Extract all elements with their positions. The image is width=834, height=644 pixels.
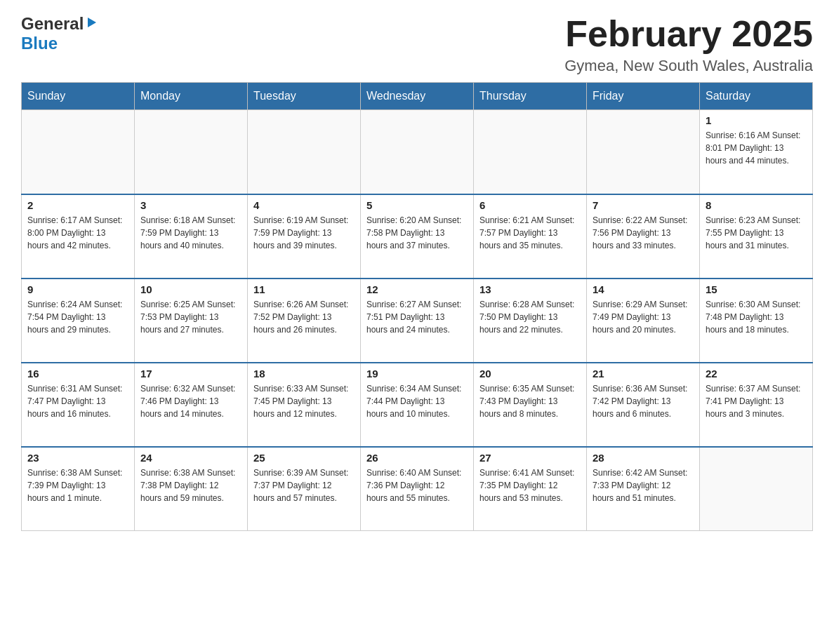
calendar-day-cell: 8Sunrise: 6:23 AM Sunset: 7:55 PM Daylig… <box>700 194 813 279</box>
calendar-day-cell: 10Sunrise: 6:25 AM Sunset: 7:53 PM Dayli… <box>135 279 248 363</box>
calendar-day-cell <box>474 110 587 194</box>
calendar-day-cell <box>587 110 700 194</box>
day-number: 9 <box>27 283 128 295</box>
calendar-day-header: Saturday <box>700 83 813 110</box>
day-number: 15 <box>706 283 807 295</box>
day-number: 26 <box>366 452 468 464</box>
logo: General Blue <box>21 14 99 53</box>
calendar-day-cell: 3Sunrise: 6:18 AM Sunset: 7:59 PM Daylig… <box>135 194 248 279</box>
day-number: 10 <box>140 283 241 295</box>
calendar-day-header: Monday <box>135 83 248 110</box>
calendar-day-cell: 5Sunrise: 6:20 AM Sunset: 7:58 PM Daylig… <box>361 194 474 279</box>
day-info: Sunrise: 6:35 AM Sunset: 7:43 PM Dayligh… <box>479 382 581 420</box>
day-number: 8 <box>706 199 807 211</box>
calendar-day-cell: 2Sunrise: 6:17 AM Sunset: 8:00 PM Daylig… <box>22 194 135 279</box>
calendar-day-cell: 4Sunrise: 6:19 AM Sunset: 7:59 PM Daylig… <box>248 194 361 279</box>
day-number: 21 <box>593 368 694 380</box>
day-number: 17 <box>140 368 241 380</box>
day-info: Sunrise: 6:37 AM Sunset: 7:41 PM Dayligh… <box>706 382 807 420</box>
day-number: 11 <box>253 283 355 295</box>
day-info: Sunrise: 6:30 AM Sunset: 7:48 PM Dayligh… <box>706 298 807 336</box>
calendar-day-cell: 19Sunrise: 6:34 AM Sunset: 7:44 PM Dayli… <box>361 363 474 447</box>
calendar-day-cell <box>700 447 813 531</box>
day-info: Sunrise: 6:19 AM Sunset: 7:59 PM Dayligh… <box>253 214 355 252</box>
day-number: 6 <box>479 199 581 211</box>
calendar-day-header: Friday <box>587 83 700 110</box>
day-number: 18 <box>253 368 355 380</box>
day-number: 1 <box>706 114 807 126</box>
day-info: Sunrise: 6:25 AM Sunset: 7:53 PM Dayligh… <box>140 298 241 336</box>
day-info: Sunrise: 6:38 AM Sunset: 7:39 PM Dayligh… <box>27 467 128 504</box>
day-info: Sunrise: 6:22 AM Sunset: 7:56 PM Dayligh… <box>593 214 694 252</box>
calendar-week-row: 23Sunrise: 6:38 AM Sunset: 7:39 PM Dayli… <box>22 447 813 531</box>
calendar-day-cell: 16Sunrise: 6:31 AM Sunset: 7:47 PM Dayli… <box>22 363 135 447</box>
svg-marker-0 <box>88 18 96 27</box>
calendar-day-cell <box>361 110 474 194</box>
day-info: Sunrise: 6:32 AM Sunset: 7:46 PM Dayligh… <box>140 382 241 420</box>
day-info: Sunrise: 6:41 AM Sunset: 7:35 PM Dayligh… <box>479 467 581 504</box>
calendar-day-header: Wednesday <box>361 83 474 110</box>
day-number: 2 <box>27 199 128 211</box>
calendar-day-cell: 24Sunrise: 6:38 AM Sunset: 7:38 PM Dayli… <box>135 447 248 531</box>
calendar-day-cell: 20Sunrise: 6:35 AM Sunset: 7:43 PM Dayli… <box>474 363 587 447</box>
calendar-week-row: 9Sunrise: 6:24 AM Sunset: 7:54 PM Daylig… <box>22 279 813 363</box>
calendar-day-cell: 17Sunrise: 6:32 AM Sunset: 7:46 PM Dayli… <box>135 363 248 447</box>
calendar-day-cell: 25Sunrise: 6:39 AM Sunset: 7:37 PM Dayli… <box>248 447 361 531</box>
day-number: 3 <box>140 199 241 211</box>
calendar-day-cell: 22Sunrise: 6:37 AM Sunset: 7:41 PM Dayli… <box>700 363 813 447</box>
day-number: 19 <box>366 368 468 380</box>
day-info: Sunrise: 6:38 AM Sunset: 7:38 PM Dayligh… <box>140 467 241 504</box>
calendar-header-row: SundayMondayTuesdayWednesdayThursdayFrid… <box>22 83 813 110</box>
day-info: Sunrise: 6:40 AM Sunset: 7:36 PM Dayligh… <box>366 467 468 504</box>
calendar-day-cell <box>248 110 361 194</box>
title-section: February 2025 Gymea, New South Wales, Au… <box>564 14 813 75</box>
day-info: Sunrise: 6:26 AM Sunset: 7:52 PM Dayligh… <box>253 298 355 336</box>
day-number: 12 <box>366 283 468 295</box>
calendar-day-cell <box>135 110 248 194</box>
day-number: 25 <box>253 452 355 464</box>
calendar-day-header: Tuesday <box>248 83 361 110</box>
day-info: Sunrise: 6:34 AM Sunset: 7:44 PM Dayligh… <box>366 382 468 420</box>
day-number: 13 <box>479 283 581 295</box>
calendar-day-cell: 21Sunrise: 6:36 AM Sunset: 7:42 PM Dayli… <box>587 363 700 447</box>
calendar-day-cell: 28Sunrise: 6:42 AM Sunset: 7:33 PM Dayli… <box>587 447 700 531</box>
calendar-day-cell: 18Sunrise: 6:33 AM Sunset: 7:45 PM Dayli… <box>248 363 361 447</box>
day-number: 24 <box>140 452 241 464</box>
day-info: Sunrise: 6:33 AM Sunset: 7:45 PM Dayligh… <box>253 382 355 420</box>
day-info: Sunrise: 6:36 AM Sunset: 7:42 PM Dayligh… <box>593 382 694 420</box>
day-number: 16 <box>27 368 128 380</box>
day-info: Sunrise: 6:24 AM Sunset: 7:54 PM Dayligh… <box>27 298 128 336</box>
calendar-week-row: 2Sunrise: 6:17 AM Sunset: 8:00 PM Daylig… <box>22 194 813 279</box>
day-info: Sunrise: 6:27 AM Sunset: 7:51 PM Dayligh… <box>366 298 468 336</box>
day-number: 22 <box>706 368 807 380</box>
day-info: Sunrise: 6:16 AM Sunset: 8:01 PM Dayligh… <box>706 129 807 167</box>
calendar-week-row: 16Sunrise: 6:31 AM Sunset: 7:47 PM Dayli… <box>22 363 813 447</box>
day-number: 28 <box>593 452 694 464</box>
calendar-day-header: Thursday <box>474 83 587 110</box>
day-info: Sunrise: 6:23 AM Sunset: 7:55 PM Dayligh… <box>706 214 807 252</box>
month-title: February 2025 <box>564 14 813 54</box>
calendar-day-cell: 27Sunrise: 6:41 AM Sunset: 7:35 PM Dayli… <box>474 447 587 531</box>
day-info: Sunrise: 6:21 AM Sunset: 7:57 PM Dayligh… <box>479 214 581 252</box>
calendar-week-row: 1Sunrise: 6:16 AM Sunset: 8:01 PM Daylig… <box>22 110 813 194</box>
day-number: 4 <box>253 199 355 211</box>
logo-arrow-icon <box>85 15 99 29</box>
calendar-day-cell: 9Sunrise: 6:24 AM Sunset: 7:54 PM Daylig… <box>22 279 135 363</box>
day-number: 27 <box>479 452 581 464</box>
calendar-day-cell: 14Sunrise: 6:29 AM Sunset: 7:49 PM Dayli… <box>587 279 700 363</box>
calendar-day-cell: 11Sunrise: 6:26 AM Sunset: 7:52 PM Dayli… <box>248 279 361 363</box>
logo-blue-text: Blue <box>21 34 58 53</box>
calendar-day-cell: 26Sunrise: 6:40 AM Sunset: 7:36 PM Dayli… <box>361 447 474 531</box>
day-info: Sunrise: 6:20 AM Sunset: 7:58 PM Dayligh… <box>366 214 468 252</box>
calendar-day-cell: 15Sunrise: 6:30 AM Sunset: 7:48 PM Dayli… <box>700 279 813 363</box>
day-number: 23 <box>27 452 128 464</box>
page-header: General Blue February 2025 Gymea, New So… <box>21 14 813 75</box>
calendar-day-cell: 6Sunrise: 6:21 AM Sunset: 7:57 PM Daylig… <box>474 194 587 279</box>
calendar-day-cell: 7Sunrise: 6:22 AM Sunset: 7:56 PM Daylig… <box>587 194 700 279</box>
day-info: Sunrise: 6:17 AM Sunset: 8:00 PM Dayligh… <box>27 214 128 252</box>
day-info: Sunrise: 6:28 AM Sunset: 7:50 PM Dayligh… <box>479 298 581 336</box>
calendar-day-cell: 1Sunrise: 6:16 AM Sunset: 8:01 PM Daylig… <box>700 110 813 194</box>
day-info: Sunrise: 6:42 AM Sunset: 7:33 PM Dayligh… <box>593 467 694 504</box>
calendar-day-cell <box>22 110 135 194</box>
day-number: 5 <box>366 199 468 211</box>
